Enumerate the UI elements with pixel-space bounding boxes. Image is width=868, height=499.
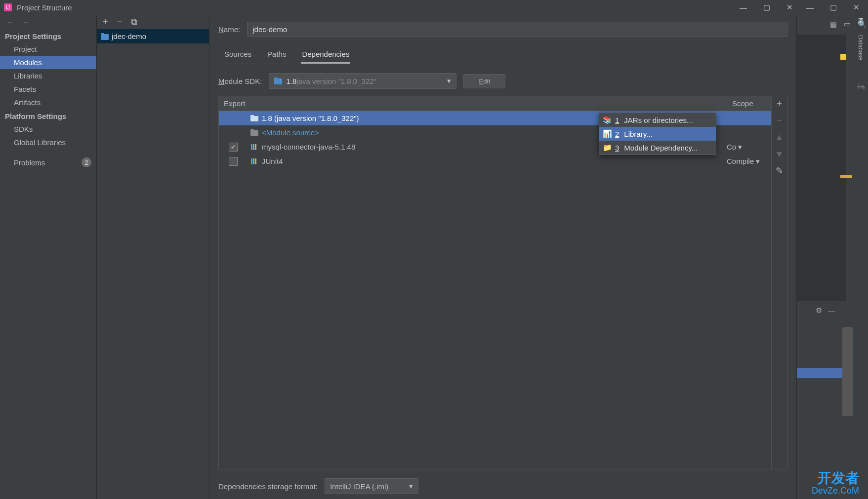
module-detail: Name: Sources Paths Dependencies Module …	[209, 15, 797, 499]
collapse-icon[interactable]: —	[828, 306, 835, 315]
dialog-close-icon[interactable]: ✕	[778, 0, 801, 15]
copy-module-icon[interactable]: ⧉	[131, 17, 137, 27]
module-name-input[interactable]	[247, 22, 787, 37]
nav-problems[interactable]: Problems 2	[0, 155, 96, 170]
dialog-title: Project Structure	[17, 3, 72, 12]
column-export[interactable]: Export	[219, 96, 727, 111]
storage-format-select[interactable]: IntelliJ IDEA (.iml) ▾	[325, 478, 418, 494]
add-dependency-button[interactable]: +	[774, 98, 785, 109]
dialog-maximize-icon[interactable]: ▢	[755, 0, 778, 15]
dialog-titlebar: IJ Project Structure — ▢ ✕ — ▢ ✕	[0, 0, 868, 15]
svg-rect-7	[250, 129, 254, 131]
app-logo-icon: IJ	[4, 3, 12, 11]
warning-marker-icon	[840, 54, 846, 60]
folder-icon	[250, 129, 258, 136]
module-sdk-label: Module SDK:	[218, 77, 262, 85]
settings-sidebar: ← → Project Settings Project Modules Lib…	[0, 15, 97, 499]
svg-rect-8	[251, 144, 252, 150]
tab-sources[interactable]: Sources	[223, 46, 252, 64]
filter-icon[interactable]: ▦	[830, 20, 837, 29]
tab-paths[interactable]: Paths	[266, 46, 287, 64]
nav-project[interactable]: Project	[0, 42, 96, 56]
remove-module-icon[interactable]: −	[117, 17, 123, 27]
nav-global-libraries[interactable]: Global Libraries	[0, 136, 96, 149]
ant-icon[interactable]: 🐜	[856, 82, 866, 91]
move-up-button[interactable]: ▲	[774, 132, 785, 143]
library-icon	[250, 144, 258, 151]
watermark: 开发者 DevZe.CoM	[812, 471, 859, 496]
nav-facets[interactable]: Facets	[0, 82, 96, 96]
svg-rect-9	[253, 144, 254, 150]
popup-item-icon: 📊	[603, 129, 611, 138]
library-icon	[250, 158, 258, 165]
module-sdk-select[interactable]: 1.8 java version "1.8.0_322" ▾	[269, 73, 456, 89]
remove-dependency-button[interactable]: −	[774, 115, 785, 126]
forward-icon[interactable]: →	[22, 18, 30, 26]
popup-item[interactable]: 📁3Module Dependency...	[599, 141, 716, 154]
back-icon[interactable]: ←	[6, 18, 13, 26]
problems-count-badge: 2	[82, 157, 91, 167]
nav-modules[interactable]: Modules	[0, 56, 96, 69]
gear-icon[interactable]: ⚙	[816, 306, 822, 315]
svg-rect-10	[255, 144, 256, 150]
move-down-button[interactable]: ▼	[774, 149, 785, 159]
module-list: + − ⧉ jdec-demo	[97, 15, 209, 499]
svg-rect-11	[251, 158, 252, 164]
add-module-icon[interactable]: +	[103, 17, 108, 27]
edit-dependency-button[interactable]: ✎	[774, 165, 785, 176]
svg-rect-12	[253, 158, 254, 164]
nav-artifacts[interactable]: Artifacts	[0, 96, 96, 109]
export-checkbox[interactable]: ✔	[229, 143, 238, 152]
name-label: Name:	[218, 25, 240, 34]
module-row[interactable]: jdec-demo	[97, 29, 209, 43]
svg-rect-13	[255, 158, 256, 164]
chevron-down-icon: ▾	[447, 77, 451, 85]
editor-minimap-area: ⚙ —	[797, 15, 853, 499]
storage-format-label: Dependencies storage format:	[218, 482, 318, 491]
folder-icon	[274, 77, 282, 84]
folder-icon	[101, 33, 109, 40]
window-minimize-icon[interactable]: —	[798, 0, 822, 15]
nav-libraries[interactable]: Libraries	[0, 69, 96, 82]
section-project-settings: Project Settings	[0, 29, 96, 42]
nav-sdks[interactable]: SDKs	[0, 122, 96, 136]
popup-item[interactable]: 📊2Library...	[599, 127, 716, 141]
scrollbar[interactable]	[842, 327, 853, 416]
add-dependency-popup: 📚1JARs or directories...📊2Library...📁3Mo…	[599, 113, 716, 155]
popup-item-icon: 📁	[603, 143, 611, 152]
popup-item-icon: 📚	[603, 115, 611, 124]
window-close-icon[interactable]: ✕	[845, 0, 868, 15]
popup-item[interactable]: 📚1JARs or directories...	[599, 113, 716, 127]
scope-select[interactable]: Co▾	[727, 143, 771, 152]
window-maximize-icon[interactable]: ▢	[822, 0, 845, 15]
window-icon[interactable]: ▭	[844, 20, 851, 29]
column-scope[interactable]: Scope	[727, 96, 771, 111]
tab-bar: Sources Paths Dependencies	[218, 46, 787, 64]
svg-rect-1	[101, 33, 104, 36]
section-platform-settings: Platform Settings	[0, 109, 96, 122]
search-icon[interactable]: 🔍	[858, 20, 867, 29]
dependency-name: JUnit4	[262, 157, 727, 165]
folder-icon	[250, 115, 258, 121]
svg-rect-3	[274, 77, 278, 80]
dependency-row[interactable]: JUnit4Compile▾	[219, 154, 771, 168]
edit-sdk-button[interactable]: Edit	[463, 74, 505, 88]
scope-select[interactable]: Compile▾	[727, 157, 771, 166]
export-checkbox[interactable]	[229, 157, 238, 166]
gutter-marker	[840, 175, 852, 178]
svg-rect-5	[250, 115, 254, 117]
database-label[interactable]: Database	[857, 35, 864, 60]
dialog-minimize-icon[interactable]: —	[732, 0, 755, 15]
tab-dependencies[interactable]: Dependencies	[301, 46, 350, 64]
chevron-down-icon: ▾	[409, 482, 413, 491]
right-toolstrip: 🗄 Database 🐜	[853, 15, 868, 499]
